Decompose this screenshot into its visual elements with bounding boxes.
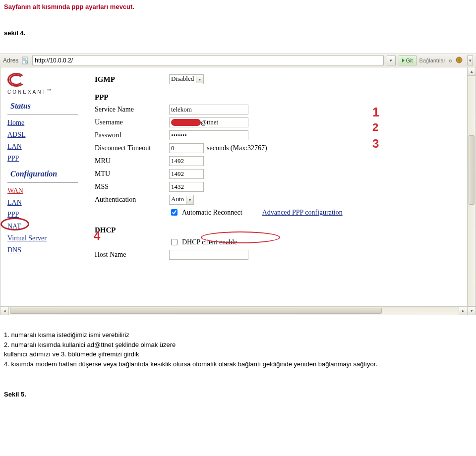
doc-line-2a: 2. numaralı kısımda kullanici ad@ttnet ş… [4, 340, 472, 350]
mtu-input[interactable] [169, 169, 204, 179]
host-name-label: Host Name [95, 251, 169, 259]
dhcp-client-input[interactable] [171, 239, 178, 245]
chevrons-icon[interactable]: » [448, 57, 452, 64]
figure-label-top: sekil 4. [0, 27, 476, 39]
go-button[interactable]: Git [399, 56, 416, 65]
conexant-logo-icon [7, 71, 27, 86]
mss-input[interactable] [169, 182, 204, 192]
mss-label: MSS [95, 183, 169, 191]
disconnect-timeout-label: Disconnect Timeout [95, 144, 169, 152]
go-label: Git [406, 57, 413, 63]
mru-label: MRU [95, 157, 169, 165]
service-name-label: Service Name [95, 106, 169, 114]
username-input[interactable]: @ttnet [169, 117, 248, 127]
advanced-ppp-link[interactable]: Advanced PPP configuration [262, 209, 343, 217]
globe-dropdown[interactable]: ▾ [467, 56, 473, 65]
doc-line-3: 4. kısımda modem hattan düşerse veya bağ… [4, 359, 472, 369]
url-input[interactable] [32, 56, 383, 65]
sidebar-item-adsl[interactable]: ADSL [7, 131, 78, 139]
scroll-left-button[interactable]: ◂ [0, 307, 9, 315]
sidebar-item-lan[interactable]: LAN [7, 143, 78, 151]
divider [7, 182, 78, 183]
sidebar-item-ppp-config[interactable]: PPP [7, 211, 78, 219]
doc-line-1: 1. numaralı kısma istediğimiz ismi vereb… [4, 330, 472, 340]
section-status-title: Status [10, 102, 78, 111]
ppp-header: PPP [95, 93, 169, 102]
scroll-h-track[interactable] [9, 307, 459, 315]
sidebar-item-nat[interactable]: NAT [7, 223, 78, 230]
service-name-input[interactable] [169, 105, 248, 114]
sidebar-item-wan[interactable]: WAN [7, 187, 78, 195]
brand-text: CONEXANT™ [7, 88, 78, 95]
section-config-title: Configuration [10, 170, 78, 178]
sidebar-item-home[interactable]: Home [7, 119, 78, 127]
password-label: Password [95, 131, 169, 139]
dhcp-header: DHCP [95, 226, 169, 234]
scroll-up-button[interactable]: ▴ [468, 67, 476, 76]
authentication-select[interactable]: Auto ▾ [169, 195, 194, 205]
globe-icon[interactable] [455, 56, 464, 65]
sidebar: CONEXANT™ Status Home ADSL LAN PPP Confi… [0, 67, 85, 306]
username-suffix: @ttnet [201, 118, 218, 126]
disconnect-timeout-input[interactable] [169, 143, 204, 153]
url-dropdown-button[interactable]: ▾ [387, 56, 396, 65]
automatic-reconnect-input[interactable] [171, 209, 178, 216]
links-label: Bağlantılar [419, 57, 446, 63]
igmp-label: IGMP [95, 75, 169, 84]
scroll-h-thumb[interactable] [10, 308, 382, 314]
chevron-down-icon: ▾ [186, 196, 193, 204]
doc-note-header: Sayfanın alt kısmında ppp ayarları mevcu… [0, 0, 476, 12]
browser-address-bar: Adres ▾ Git Bağlantılar » ▾ [0, 54, 476, 67]
address-label: Adres [3, 57, 18, 64]
automatic-reconnect-checkbox[interactable]: Automatic Reconnect [169, 208, 242, 217]
divider [7, 114, 78, 115]
mtu-label: MTU [95, 170, 169, 178]
scroll-v-thumb[interactable] [469, 135, 475, 205]
brand-logo: CONEXANT™ [7, 71, 78, 95]
chevron-down-icon: ▾ [196, 75, 203, 83]
doc-line-2b: kullanıcı adımızı ve 3. bölümede şifremi… [4, 349, 472, 359]
sidebar-item-virtual-server[interactable]: Virtual Server [7, 234, 78, 242]
igmp-select[interactable]: Disabled ▾ [169, 74, 204, 84]
redacted-username [171, 119, 201, 126]
scroll-v-track[interactable] [468, 76, 476, 306]
go-arrow-icon [402, 58, 405, 62]
svg-point-1 [25, 61, 28, 63]
automatic-reconnect-label: Automatic Reconnect [182, 209, 242, 217]
horizontal-scrollbar[interactable]: ◂ ▸ [0, 306, 467, 315]
dhcp-client-checkbox[interactable]: DHCP client enable [169, 237, 237, 247]
username-label: Username [95, 118, 169, 126]
page-icon [21, 57, 29, 64]
browser-viewport: CONEXANT™ Status Home ADSL LAN PPP Confi… [0, 67, 476, 315]
doc-explanation: 1. numaralı kısma istediğimiz ismi vereb… [0, 315, 476, 374]
sidebar-item-dns[interactable]: DNS [7, 246, 78, 254]
password-input[interactable] [169, 130, 248, 140]
host-name-input[interactable] [169, 250, 248, 260]
main-form: IGMP Disabled ▾ PPP Service Name [85, 67, 467, 306]
vertical-scrollbar[interactable]: ▴ ▾ [467, 67, 476, 315]
scroll-right-button[interactable]: ▸ [459, 307, 467, 315]
figure-label-bottom: Sekil 5. [0, 389, 476, 400]
sidebar-item-lan-config[interactable]: LAN [7, 199, 78, 207]
sidebar-item-ppp[interactable]: PPP [7, 155, 78, 163]
scroll-down-button[interactable]: ▾ [468, 306, 476, 315]
dhcp-client-label: DHCP client enable [182, 238, 237, 246]
mru-input[interactable] [169, 156, 204, 166]
disconnect-timeout-suffix: seconds (Max:32767) [207, 144, 267, 152]
authentication-label: Authentication [95, 196, 169, 204]
